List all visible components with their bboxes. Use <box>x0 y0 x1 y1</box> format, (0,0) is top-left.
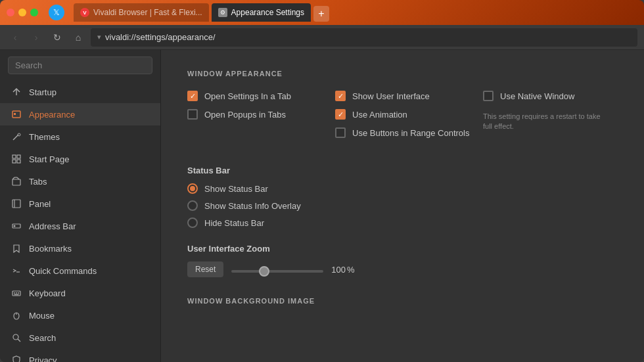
sidebar-label-start-page: Start Page <box>29 154 69 164</box>
open-settings-tab-label: Open Settings In a Tab <box>204 91 291 101</box>
sidebar-item-tabs[interactable]: Tabs <box>0 170 160 192</box>
tab-vivaldi[interactable]: V Vivaldi Browser | Fast & Flexi... <box>74 3 209 22</box>
sidebar-label-tabs: Tabs <box>29 177 47 187</box>
svg-rect-6 <box>12 160 16 163</box>
ui-zoom-title: User Interface Zoom <box>187 244 618 254</box>
sidebar-item-themes[interactable]: Themes <box>0 125 160 148</box>
window-appearance-group: WINDOW APPEARANCE ✓ Open Settings In a T… <box>187 70 618 146</box>
tab-appearance-settings[interactable]: ⚙ Appearance Settings <box>212 3 311 22</box>
window-background-image-title: WINDOW BACKGROUND IMAGE <box>187 297 618 305</box>
keyboard-icon <box>11 287 22 299</box>
sidebar-item-privacy[interactable]: Privacy <box>0 349 160 362</box>
address-bar[interactable]: ▾ vivaldi://settings/appearance/ <box>91 28 637 47</box>
use-buttons-range-checkbox[interactable] <box>335 127 346 138</box>
sidebar-search-input[interactable] <box>8 57 152 74</box>
sidebar-label-appearance: Appearance <box>29 110 75 120</box>
zoom-reset-button[interactable]: Reset <box>187 261 223 277</box>
maximize-button[interactable] <box>30 9 38 16</box>
show-user-interface-checkbox[interactable]: ✓ <box>335 91 346 101</box>
address-icon: ▾ <box>97 33 101 41</box>
svg-line-2 <box>13 135 18 140</box>
back-button[interactable]: ‹ <box>7 29 24 46</box>
show-user-interface-label: Show User Interface <box>352 91 430 101</box>
hide-status-bar-radio[interactable] <box>187 217 198 228</box>
show-status-bar-label: Show Status Bar <box>204 184 268 194</box>
svg-rect-12 <box>12 200 20 208</box>
open-popups-tabs-label: Open Popups in Tabs <box>204 110 286 120</box>
hide-status-bar-label: Hide Status Bar <box>204 218 264 228</box>
svg-rect-1 <box>14 113 16 115</box>
traffic-lights <box>7 9 38 16</box>
show-status-info-overlay-row: Show Status Info Overlay <box>187 200 618 211</box>
reload-button[interactable]: ↻ <box>49 29 66 46</box>
appearance-icon <box>11 108 22 120</box>
tab-favicon-vivaldi: V <box>80 8 89 17</box>
sidebar-label-privacy: Privacy <box>29 355 57 363</box>
use-buttons-range-label: Use Buttons in Range Controls <box>352 128 469 138</box>
sidebar-label-quick-commands: Quick Commands <box>29 266 97 276</box>
show-status-info-overlay-radio[interactable] <box>187 200 198 211</box>
browser-window: 𝕏 V Vivaldi Browser | Fast & Flexi... ⚙ … <box>0 0 644 362</box>
window-appearance-col1: ✓ Open Settings In a Tab Open Popups in … <box>187 91 322 146</box>
sidebar-item-quick-commands[interactable]: Quick Commands <box>0 260 160 282</box>
twitter-icon: 𝕏 <box>49 5 64 20</box>
sidebar-label-startup: Startup <box>29 87 57 97</box>
status-bar-title: Status Bar <box>187 166 618 175</box>
privacy-icon <box>11 354 22 362</box>
open-settings-tab-row: ✓ Open Settings In a Tab <box>187 91 322 101</box>
mouse-icon <box>11 309 22 321</box>
use-animation-checkbox[interactable]: ✓ <box>335 109 346 120</box>
quick-commands-icon <box>11 265 22 277</box>
main-area: Startup Appearance The <box>0 50 644 362</box>
use-native-window-note: This setting requires a restart to take … <box>483 112 601 132</box>
sidebar-label-mouse: Mouse <box>29 311 55 321</box>
sidebar-item-mouse[interactable]: Mouse <box>0 304 160 327</box>
sidebar-item-start-page[interactable]: Start Page <box>0 148 160 170</box>
tabs-icon <box>11 175 22 187</box>
bookmarks-icon <box>11 242 22 254</box>
open-settings-tab-checkbox[interactable]: ✓ <box>187 91 198 101</box>
close-button[interactable] <box>7 9 14 16</box>
sidebar-item-bookmarks[interactable]: Bookmarks <box>0 237 160 260</box>
sidebar-label-search: Search <box>29 333 56 343</box>
forward-button[interactable]: › <box>28 29 45 46</box>
window-appearance-title: WINDOW APPEARANCE <box>187 70 618 78</box>
sidebar-item-address-bar[interactable]: Address Bar <box>0 215 160 237</box>
themes-icon <box>11 131 22 143</box>
sidebar-item-search[interactable]: Search <box>0 327 160 349</box>
sidebar-item-keyboard[interactable]: Keyboard <box>0 282 160 304</box>
use-animation-row: ✓ Use Animation <box>335 109 470 120</box>
show-status-bar-radio[interactable] <box>187 183 198 194</box>
sidebar-label-keyboard: Keyboard <box>29 288 66 298</box>
sidebar-item-panel[interactable]: Panel <box>0 192 160 215</box>
sidebar-item-startup[interactable]: Startup <box>0 81 160 103</box>
zoom-controls: Reset 100% <box>187 261 618 277</box>
window-appearance-col3: Use Native Window This setting requires … <box>483 91 618 146</box>
svg-rect-0 <box>12 111 20 118</box>
sidebar-label-bookmarks: Bookmarks <box>29 244 72 254</box>
content-area: WINDOW APPEARANCE ✓ Open Settings In a T… <box>161 50 644 362</box>
svg-line-25 <box>18 339 20 342</box>
status-bar-section: Status Bar Show Status Bar Show Status I… <box>187 166 618 228</box>
sidebar-item-appearance[interactable]: Appearance <box>0 103 160 125</box>
minimize-button[interactable] <box>18 9 26 16</box>
show-user-interface-row: ✓ Show User Interface <box>335 91 470 101</box>
tabs-area: V Vivaldi Browser | Fast & Flexi... ⚙ Ap… <box>74 3 637 22</box>
sidebar-search-container <box>0 50 160 81</box>
show-status-info-overlay-label: Show Status Info Overlay <box>204 201 301 211</box>
use-native-window-checkbox[interactable] <box>483 91 494 101</box>
new-tab-button[interactable]: + <box>313 6 329 22</box>
use-animation-label: Use Animation <box>352 110 407 120</box>
svg-point-15 <box>14 225 16 227</box>
open-popups-tabs-checkbox[interactable] <box>187 109 198 120</box>
zoom-slider[interactable] <box>231 270 323 273</box>
startup-icon <box>11 86 22 98</box>
hide-status-bar-row: Hide Status Bar <box>187 217 618 228</box>
home-button[interactable]: ⌂ <box>70 29 87 46</box>
search-icon <box>11 332 22 344</box>
show-status-bar-row: Show Status Bar <box>187 183 618 194</box>
svg-point-24 <box>13 334 18 340</box>
sidebar-label-address-bar: Address Bar <box>29 221 76 231</box>
window-background-image-section: WINDOW BACKGROUND IMAGE <box>187 297 618 305</box>
svg-rect-5 <box>17 155 20 158</box>
